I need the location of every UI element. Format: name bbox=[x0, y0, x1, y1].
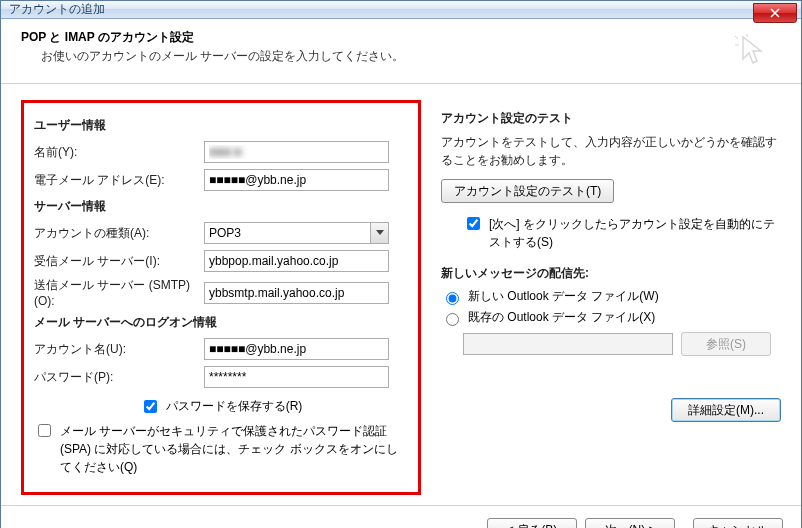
back-button[interactable]: < 戻る(B) bbox=[487, 518, 577, 528]
account-name-input[interactable] bbox=[204, 338, 389, 360]
header-text: POP と IMAP のアカウント設定 お使いのアカウントのメール サーバーの設… bbox=[21, 29, 404, 69]
account-type-combo[interactable]: POP3 bbox=[204, 222, 389, 244]
body: ユーザー情報 名前(Y): 電子メール アドレス(E): サーバー情報 アカウン… bbox=[1, 84, 801, 505]
incoming-server-input[interactable] bbox=[204, 250, 389, 272]
incoming-server-label: 受信メール サーバー(I): bbox=[34, 253, 204, 270]
close-icon bbox=[770, 8, 780, 18]
remember-password-checkbox[interactable] bbox=[144, 400, 157, 413]
user-info-heading: ユーザー情報 bbox=[34, 117, 408, 134]
footer: < 戻る(B) 次へ(N) > キャンセル bbox=[1, 505, 801, 528]
header: POP と IMAP のアカウント設定 お使いのアカウントのメール サーバーの設… bbox=[1, 19, 801, 84]
cursor-icon bbox=[735, 33, 771, 69]
next-button[interactable]: 次へ(N) > bbox=[585, 518, 675, 528]
browse-button: 参照(S) bbox=[681, 332, 771, 356]
header-subtitle: お使いのアカウントのメール サーバーの設定を入力してください。 bbox=[41, 48, 404, 65]
close-button[interactable] bbox=[753, 3, 797, 23]
autotest-checkbox[interactable] bbox=[467, 217, 480, 230]
autotest-label: [次へ] をクリックしたらアカウント設定を自動的にテストする(S) bbox=[489, 215, 781, 251]
outgoing-server-input[interactable] bbox=[204, 282, 389, 304]
advanced-settings-button[interactable]: 詳細設定(M)... bbox=[671, 398, 781, 422]
test-description: アカウントをテストして、入力内容が正しいかどうかを確認することをお勧めします。 bbox=[441, 133, 781, 169]
logon-info-heading: メール サーバーへのログオン情報 bbox=[34, 314, 408, 331]
delivery-heading: 新しいメッセージの配信先: bbox=[441, 265, 781, 282]
header-title: POP と IMAP のアカウント設定 bbox=[21, 29, 404, 46]
cancel-button[interactable]: キャンセル bbox=[693, 518, 783, 528]
existing-file-path-input bbox=[463, 333, 673, 355]
titlebar: アカウントの追加 bbox=[1, 1, 801, 19]
window-title: アカウントの追加 bbox=[9, 1, 105, 18]
password-input[interactable] bbox=[204, 366, 389, 388]
password-label: パスワード(P): bbox=[34, 369, 204, 386]
spa-label: メール サーバーがセキュリティで保護されたパスワード認証 (SPA) に対応して… bbox=[60, 422, 408, 476]
outgoing-server-label: 送信メール サーバー (SMTP)(O): bbox=[34, 277, 204, 308]
remember-password-label: パスワードを保存する(R) bbox=[166, 398, 303, 415]
email-input[interactable] bbox=[204, 169, 389, 191]
chevron-down-icon bbox=[370, 223, 388, 243]
name-input[interactable] bbox=[204, 141, 389, 163]
email-label: 電子メール アドレス(E): bbox=[34, 172, 204, 189]
account-type-value: POP3 bbox=[209, 226, 370, 240]
name-label: 名前(Y): bbox=[34, 144, 204, 161]
new-file-label: 新しい Outlook データ ファイル(W) bbox=[468, 288, 659, 305]
server-info-heading: サーバー情報 bbox=[34, 198, 408, 215]
test-heading: アカウント設定のテスト bbox=[441, 110, 781, 127]
new-file-radio[interactable] bbox=[446, 292, 459, 305]
existing-file-radio[interactable] bbox=[446, 313, 459, 326]
dialog-window: アカウントの追加 POP と IMAP のアカウント設定 お使いのアカウントのメ… bbox=[0, 0, 802, 528]
right-panel: アカウント設定のテスト アカウントをテストして、入力内容が正しいかどうかを確認す… bbox=[441, 100, 781, 495]
highlighted-panel: ユーザー情報 名前(Y): 電子メール アドレス(E): サーバー情報 アカウン… bbox=[21, 100, 421, 495]
existing-file-label: 既存の Outlook データ ファイル(X) bbox=[468, 309, 655, 326]
account-name-label: アカウント名(U): bbox=[34, 341, 204, 358]
account-type-label: アカウントの種類(A): bbox=[34, 225, 204, 242]
svg-line-0 bbox=[735, 36, 738, 39]
test-account-button[interactable]: アカウント設定のテスト(T) bbox=[441, 179, 614, 203]
spa-checkbox[interactable] bbox=[38, 424, 51, 437]
